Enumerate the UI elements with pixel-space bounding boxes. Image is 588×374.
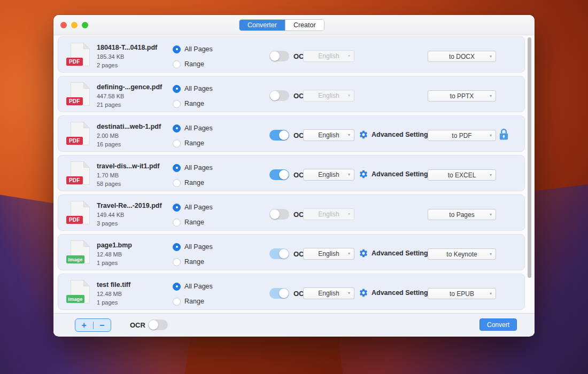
range-radio[interactable]: Range (173, 98, 213, 109)
tab-creator[interactable]: Creator (285, 20, 324, 30)
format-select[interactable]: to DOCX ▾ (428, 51, 496, 62)
lock-icon[interactable] (499, 128, 509, 141)
file-type-icon: PDF (70, 42, 91, 68)
language-select[interactable]: English ▾ (303, 287, 354, 299)
advanced-settings[interactable]: Advanced Settings (359, 248, 432, 258)
page-range-options: All Pages Range (173, 44, 213, 74)
range-label: Range (184, 100, 204, 107)
advanced-settings-label: Advanced Settings (372, 170, 432, 178)
all-pages-label: All Pages (184, 124, 213, 132)
ocr-toggle[interactable] (269, 90, 289, 101)
format-select[interactable]: to EPUB ▾ (428, 288, 496, 299)
file-meta: travel-dis...w-it1.pdf 1.70 MB 58 pages (97, 162, 171, 187)
file-size: 447.58 KB (97, 93, 171, 99)
file-name: destinati...web-1.pdf (97, 123, 171, 130)
format-select[interactable]: to Pages ▾ (428, 209, 496, 220)
file-size: 12.48 MB (97, 251, 171, 258)
file-name: test file.tiff (97, 281, 171, 289)
file-page-count: 3 pages (97, 220, 171, 227)
format-select[interactable]: to EXCEL ▾ (428, 169, 496, 181)
ocr-toggle[interactable] (269, 209, 289, 220)
format-select[interactable]: to PPTX ▾ (428, 90, 496, 102)
ocr-toggle[interactable] (269, 130, 289, 141)
format-select[interactable]: to Keynote ▾ (428, 248, 496, 260)
all-pages-radio[interactable]: All Pages (173, 281, 213, 292)
range-radio[interactable]: Range (173, 217, 213, 228)
file-meta: test file.tiff 12.48 MB 1 pages (97, 281, 171, 306)
language-select[interactable]: English ▾ (303, 90, 354, 102)
radio-unselected-icon (173, 100, 181, 108)
radio-unselected-icon (173, 219, 181, 227)
file-meta: defining-...gence.pdf 447.58 KB 21 pages (97, 83, 171, 108)
advanced-settings-label: Advanced Settings (372, 289, 432, 297)
remove-file-button[interactable]: − (94, 320, 111, 331)
app-window: Converter Creator PDF 180418-T...0418.pd… (53, 15, 535, 337)
ocr-toggle[interactable] (269, 248, 289, 259)
ocr-toggle[interactable] (269, 288, 289, 299)
all-pages-label: All Pages (184, 85, 213, 92)
language-value: English (318, 52, 339, 60)
dropdown-caret-icon: ▾ (348, 291, 350, 295)
all-pages-radio[interactable]: All Pages (173, 241, 213, 252)
range-radio[interactable]: Range (173, 59, 213, 69)
language-value: English (318, 131, 339, 139)
gear-icon (359, 169, 368, 179)
language-select[interactable]: English ▾ (303, 208, 354, 220)
zoom-window-button[interactable] (82, 22, 88, 28)
language-select[interactable]: English ▾ (303, 169, 354, 181)
all-pages-radio[interactable]: All Pages (173, 202, 213, 213)
file-badge: PDF (66, 137, 83, 145)
advanced-settings[interactable]: Advanced Settings (359, 288, 432, 298)
dropdown-caret-icon: ▾ (348, 133, 350, 137)
range-label: Range (184, 219, 204, 226)
range-label: Range (184, 139, 204, 147)
global-ocr-toggle[interactable] (148, 320, 168, 330)
file-size: 1.70 MB (97, 172, 171, 178)
all-pages-radio[interactable]: All Pages (173, 44, 213, 54)
file-meta: page1.bmp 12.48 MB 1 pages (97, 241, 171, 266)
window-controls (60, 22, 88, 28)
range-radio[interactable]: Range (173, 138, 213, 149)
dropdown-caret-icon: ▾ (490, 252, 492, 256)
language-value: English (318, 250, 339, 258)
file-list: PDF 180418-T...0418.pdf 185.34 KB 2 page… (58, 36, 525, 313)
dropdown-caret-icon: ▾ (490, 133, 492, 138)
all-pages-radio[interactable]: All Pages (173, 162, 213, 173)
tab-converter[interactable]: Converter (239, 20, 285, 30)
radio-selected-icon (173, 45, 181, 53)
dropdown-caret-icon: ▾ (490, 173, 492, 177)
format-value: to EXCEL (448, 172, 476, 179)
dropdown-caret-icon: ▾ (490, 94, 492, 98)
close-window-button[interactable] (60, 22, 67, 28)
advanced-settings[interactable]: Advanced Settings (359, 169, 432, 179)
dropdown-caret-icon: ▾ (348, 251, 350, 256)
page-range-options: All Pages Range (173, 241, 213, 271)
language-select[interactable]: English ▾ (303, 50, 354, 62)
file-row: PDF destinati...web-1.pdf 2.00 MB 16 pag… (58, 115, 525, 152)
format-select[interactable]: to PDF ▾ (428, 130, 496, 141)
mode-segmented-control: Converter Creator (239, 19, 324, 31)
add-file-button[interactable]: + (75, 320, 93, 331)
all-pages-radio[interactable]: All Pages (173, 123, 213, 134)
format-value: to PPTX (450, 92, 474, 100)
ocr-toggle[interactable] (269, 169, 289, 180)
scrollbar[interactable] (528, 37, 531, 278)
range-radio[interactable]: Range (173, 256, 213, 267)
radio-selected-icon (173, 164, 181, 172)
language-value: English (318, 92, 339, 99)
convert-button[interactable]: Convert (479, 318, 517, 331)
file-size: 185.34 KB (97, 53, 171, 60)
range-radio[interactable]: Range (173, 296, 213, 307)
file-name: defining-...gence.pdf (97, 83, 171, 91)
dropdown-caret-icon: ▾ (490, 291, 492, 296)
language-select[interactable]: English ▾ (303, 129, 354, 141)
gear-icon (359, 248, 368, 258)
range-radio[interactable]: Range (173, 177, 213, 188)
ocr-toggle[interactable] (269, 51, 289, 61)
advanced-settings[interactable]: Advanced Settings (359, 130, 432, 139)
minimize-window-button[interactable] (71, 22, 78, 28)
page-range-options: All Pages Range (173, 162, 213, 192)
language-select[interactable]: English ▾ (303, 248, 354, 260)
all-pages-radio[interactable]: All Pages (173, 83, 213, 94)
dropdown-caret-icon: ▾ (490, 212, 492, 217)
